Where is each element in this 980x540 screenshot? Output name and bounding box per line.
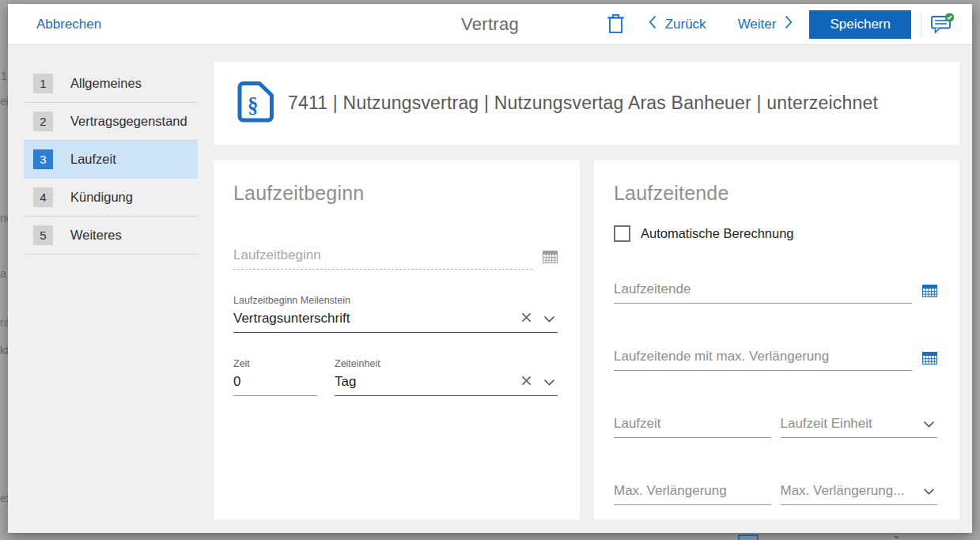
dialog-toolbar: Abbrechen Vertrag Zurück Weit [8,4,972,45]
paragraph-document-icon: § [237,81,274,126]
max-verlaengerung-einheit-field [781,483,938,505]
sidebar-item-laufzeit[interactable]: 3 Laufzeit [24,141,198,179]
time-unit-row: Zeit Zeiteinheit [233,358,558,396]
sidebar-item-allgemeines[interactable]: 1 Allgemeines [24,65,198,103]
laufzeitende-date-input[interactable] [614,281,912,297]
delete-button[interactable] [607,13,625,36]
field-label: Zeiteinheit [335,358,558,369]
next-button[interactable]: Weiter [738,15,793,33]
chevron-left-icon [649,15,656,33]
calendar-icon[interactable] [922,285,937,300]
backdrop-text-fragment: a [0,267,6,280]
panel-title: Laufzeitende [614,182,937,205]
max-verlaengerung-row [614,483,937,505]
cancel-button[interactable]: Abbrechen [36,17,101,32]
clear-icon[interactable] [521,375,532,389]
step-label: Allgemeines [70,76,142,91]
auto-calc-checkbox[interactable] [614,225,630,242]
laufzeitbeginn-date-input [233,247,532,263]
laufzeitbeginn-date-field [233,247,558,270]
auto-calc-row: Automatische Berechnung [614,225,937,242]
step-nav: 1 Allgemeines 2 Vertragsgegenstand 3 Lau… [24,65,198,255]
calendar-icon[interactable] [922,352,937,368]
toolbar-divider [921,13,921,36]
record-header: § 7411 | Nutzungsvertrag | Nutzungsverta… [214,62,959,145]
laufzeit-einheit-field [781,416,938,438]
clear-icon[interactable] [521,312,532,326]
laufzeitende-panel: Laufzeitende Automatische Berechnung [594,160,959,519]
chevron-down-icon[interactable] [543,375,555,389]
laufzeit-einheit-combobox-input[interactable] [781,416,921,432]
laufzeit-row [614,416,937,438]
zeiteinheit-field: Zeiteinheit [335,358,558,396]
comments-button[interactable] [931,13,955,36]
step-number: 3 [33,149,53,169]
zeiteinheit-combobox-input[interactable] [335,374,515,390]
laufzeitende-max-date-input[interactable] [614,349,912,364]
sidebar-item-vertragsgegenstand[interactable]: 2 Vertragsgegenstand [24,103,198,141]
sidebar-item-weiteres[interactable]: 5 Weiteres [24,217,198,255]
laufzeit-input[interactable] [614,416,771,432]
chevron-down-icon[interactable] [923,417,935,431]
milestone-combobox-input[interactable] [233,311,515,327]
panels-row: Laufzeitbeginn [214,160,959,519]
step-label: Weiteres [70,228,122,243]
vertrag-dialog: Abbrechen Vertrag Zurück Weit [8,4,972,533]
step-number: 1 [33,74,53,93]
auto-calc-label: Automatische Berechnung [641,226,794,241]
laufzeitbeginn-panel: Laufzeitbeginn [214,160,580,519]
next-label: Weiter [738,17,777,32]
back-label: Zurück [665,17,706,32]
record-title: 7411 | Nutzungsvertrag | Nutzungsvertag … [288,93,878,114]
step-label: Kündigung [70,190,133,205]
max-verlaengerung-einheit-combobox-input[interactable] [781,483,921,499]
max-verlaengerung-input[interactable] [614,483,771,499]
step-number: 2 [33,111,53,131]
max-verlaengerung-field [614,483,771,505]
milestone-field: Laufzeitbeginn Meilenstein [233,295,558,333]
step-label: Vertragsgegenstand [70,114,187,129]
back-button[interactable]: Zurück [649,15,706,33]
backdrop-text-fragment: 1 [1,70,7,82]
step-number: 5 [33,225,53,245]
sidebar-item-kuendigung[interactable]: 4 Kündigung [24,179,198,217]
calendar-icon [543,251,558,266]
step-number: 4 [33,187,53,207]
field-label: Zeit [233,358,317,369]
comment-check-icon [931,13,955,36]
laufzeit-field [614,416,771,438]
laufzeitende-date-field [614,281,937,304]
laufzeitende-max-date-field [614,349,937,371]
panel-title: Laufzeitbeginn [233,182,558,205]
chevron-down-icon[interactable] [543,312,555,326]
zeit-field: Zeit [233,358,317,396]
trash-icon [607,13,625,36]
chevron-right-icon [785,15,793,33]
toolbar-actions: Zurück Weiter Speichern [607,10,955,39]
svg-text:§: § [248,93,259,117]
save-button[interactable]: Speichern [809,10,911,39]
step-label: Laufzeit [70,152,116,167]
calendar-icon [738,534,759,540]
field-label: Laufzeitbeginn Meilenstein [233,295,558,306]
main-content: § 7411 | Nutzungsvertrag | Nutzungsverta… [214,62,959,519]
zeit-input[interactable] [233,374,317,390]
chevron-down-icon[interactable] [923,484,935,498]
dialog-title: Vertrag [461,14,519,35]
